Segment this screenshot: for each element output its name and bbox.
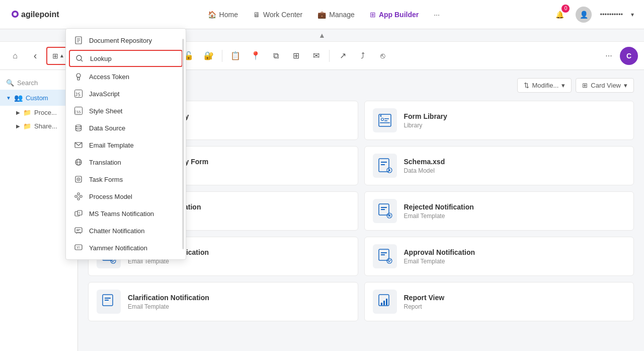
dropdown-item-ms-teams[interactable]: T MS Teams Notification xyxy=(66,205,186,222)
nav-home-label: Home xyxy=(219,11,238,19)
card-title: Schema.xsd xyxy=(404,158,445,166)
svg-point-22 xyxy=(78,179,79,180)
dropdown-item-datasource[interactable]: Data Source xyxy=(66,119,186,136)
dropdown-item-datasource-label: Data Source xyxy=(89,124,125,132)
toolbar-export-button[interactable]: ↗ xyxy=(334,47,352,65)
svg-rect-62 xyxy=(381,162,387,163)
user-dropdown-icon[interactable]: ▾ xyxy=(631,11,634,18)
user-name: •••••••••• xyxy=(600,11,623,18)
nav-appbuilder-label: App Builder xyxy=(379,11,419,19)
nav-items: 🏠 Home 🖥 Work Center 💼 Manage ⊞ App Buil… xyxy=(96,11,551,19)
view-button[interactable]: ⊞ Card View ▾ xyxy=(576,78,634,93)
folder-icon-share: 📁 xyxy=(23,122,31,130)
svg-text:CSS: CSS xyxy=(74,110,81,114)
nav-workcenter-label: Work Center xyxy=(263,11,302,19)
sort-icon: ⇅ xyxy=(524,82,529,89)
toolbar-more-button[interactable]: ··· xyxy=(600,47,618,65)
dropdown-item-lookup-label: Lookup xyxy=(90,55,112,62)
dropdown-item-translation[interactable]: Translation xyxy=(66,154,186,171)
toolbar-user-avatar[interactable]: C xyxy=(620,47,638,65)
process-model-icon xyxy=(74,192,83,201)
card-subtitle: Data Model xyxy=(404,167,445,174)
dropdown-item-stylesheet[interactable]: CSS Style Sheet xyxy=(66,102,186,119)
ellipsis-icon: ··· xyxy=(434,11,440,19)
dropdown-item-email-template[interactable]: Email Template xyxy=(66,136,186,154)
toolbar-pin-button[interactable]: 📍 xyxy=(247,47,265,65)
card-title: Report View xyxy=(404,294,445,302)
card-info-clarification: Clarification Notification Email Templat… xyxy=(128,294,209,310)
user-avatar[interactable]: 👤 xyxy=(576,7,592,23)
dropdown-item-javascript[interactable]: JS JavaScript xyxy=(66,85,186,102)
card-icon-library xyxy=(373,108,397,132)
card-approval-notification[interactable]: Approval Notification Email Template xyxy=(364,237,634,276)
bell-badge: 0 xyxy=(561,5,570,13)
dropdown-scrollbar xyxy=(182,39,184,249)
toolbar-doc-button[interactable]: 📋 xyxy=(226,47,245,65)
sidebar-share-label: Share... xyxy=(34,122,57,130)
toolbar-home-button[interactable]: ⌂ xyxy=(6,47,24,65)
card-info-approval: Approval Notification Email Template xyxy=(404,248,475,265)
card-icon-clarification xyxy=(97,290,121,314)
logo[interactable]: agilepoint xyxy=(10,6,75,23)
svg-text:Y!: Y! xyxy=(76,246,80,249)
sidebar-custom-label: Custom xyxy=(26,94,48,102)
dropdown-item-yammer[interactable]: Y! Yammer Notification xyxy=(66,239,186,256)
yammer-icon: Y! xyxy=(74,243,83,252)
nav-more[interactable]: ··· xyxy=(434,11,440,19)
dropdown-item-process-model[interactable]: Process Model xyxy=(66,188,186,205)
dropdown-item-ms-teams-label: MS Teams Notification xyxy=(89,210,154,218)
new-arrow-icon: ▲ xyxy=(59,53,64,58)
view-label: Card View xyxy=(591,82,621,89)
toolbar-back-button[interactable]: ‹ xyxy=(26,47,44,65)
svg-rect-50 xyxy=(384,118,389,119)
dropdown-item-document-repository[interactable]: Document Repository xyxy=(66,32,186,49)
toolbar-email-button[interactable]: ✉ xyxy=(307,47,325,65)
svg-text:JS: JS xyxy=(75,92,80,97)
sort-button[interactable]: ⇅ Modifie... ▾ xyxy=(517,78,572,93)
card-icon-schema xyxy=(373,154,397,178)
card-clarification-notification[interactable]: Clarification Notification Email Templat… xyxy=(88,282,358,321)
card-title: Clarification Notification xyxy=(128,294,209,302)
dropdown-item-chatter-label: Chatter Notification xyxy=(89,227,145,235)
toolbar-grid2-button[interactable]: ⊞ xyxy=(287,47,305,65)
dropdown-item-javascript-label: JavaScript xyxy=(89,90,120,98)
dropdown-item-translation-label: Translation xyxy=(89,159,121,166)
monitor-icon: 🖥 xyxy=(253,11,260,19)
svg-rect-25 xyxy=(77,198,79,200)
card-form-library[interactable]: Form Library Library xyxy=(364,101,634,140)
nav-workcenter[interactable]: 🖥 Work Center xyxy=(253,11,302,19)
card-title: Form Library xyxy=(404,112,447,120)
email-template-icon xyxy=(74,141,83,150)
card-schema-xsd[interactable]: Schema.xsd Data Model xyxy=(364,146,634,185)
nav-manage[interactable]: 💼 Manage xyxy=(317,11,355,19)
access-token-icon xyxy=(74,72,83,81)
bell-button[interactable]: 🔔 0 xyxy=(551,7,568,23)
nav-right: 🔔 0 👤 •••••••••• ▾ xyxy=(551,7,634,23)
dropdown-item-yammer-label: Yammer Notification xyxy=(89,244,147,252)
toolbar-lock2-button[interactable]: 🔐 xyxy=(200,47,218,65)
nav-home[interactable]: 🏠 Home xyxy=(208,11,238,19)
toolbar-signout-button[interactable]: ⎋ xyxy=(374,47,392,65)
nav-appbuilder[interactable]: ⊞ App Builder xyxy=(370,11,419,19)
toolbar-copy-window-button[interactable]: ⧉ xyxy=(267,47,285,65)
dropdown-item-task-forms[interactable]: Task Forms xyxy=(66,171,186,188)
briefcase-icon: 💼 xyxy=(317,11,326,19)
svg-rect-83 xyxy=(381,254,385,255)
document-repository-icon xyxy=(74,36,83,45)
svg-rect-89 xyxy=(383,301,385,305)
svg-line-8 xyxy=(81,60,83,61)
translation-icon xyxy=(74,158,83,167)
dropdown-item-access-token[interactable]: Access Token xyxy=(66,68,186,85)
svg-point-81 xyxy=(387,258,392,263)
card-icon-approval xyxy=(373,244,397,268)
card-title: Approval Notification xyxy=(404,248,475,256)
toolbar-share-button[interactable]: ⤴ xyxy=(354,47,372,65)
dropdown-item-process-model-label: Process Model xyxy=(89,193,132,200)
card-report-view[interactable]: Report View Report xyxy=(364,282,634,321)
svg-rect-75 xyxy=(381,209,385,210)
dropdown-item-lookup[interactable]: Lookup xyxy=(69,50,183,67)
card-rejected-notification[interactable]: Rejected Notification Email Template xyxy=(364,191,634,231)
svg-rect-34 xyxy=(75,228,82,233)
search-icon: 🔍 xyxy=(6,79,14,87)
dropdown-item-chatter[interactable]: Chatter Notification xyxy=(66,222,186,239)
